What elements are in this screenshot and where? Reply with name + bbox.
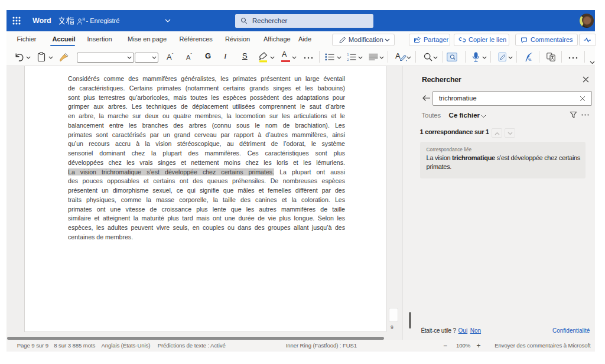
svg-text:2: 2 bbox=[347, 58, 349, 61]
svg-text:R: R bbox=[82, 17, 85, 21]
svg-text:1: 1 bbox=[347, 53, 349, 56]
